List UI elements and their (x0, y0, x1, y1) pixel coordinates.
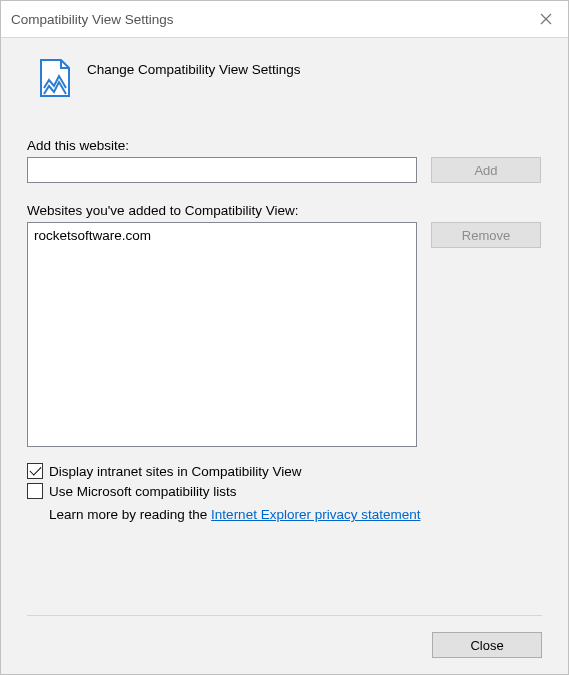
checkbox-intranet[interactable] (27, 463, 43, 479)
add-website-label: Add this website: (27, 138, 542, 153)
learn-more-prefix: Learn more by reading the (49, 507, 211, 522)
add-website-input[interactable] (27, 157, 417, 183)
list-item[interactable]: rocketsoftware.com (34, 227, 410, 244)
dialog-heading: Change Compatibility View Settings (87, 58, 301, 77)
checkbox-mslists-row[interactable]: Use Microsoft compatibility lists (27, 483, 542, 499)
privacy-statement-link[interactable]: Internet Explorer privacy statement (211, 507, 420, 522)
dialog-content: Change Compatibility View Settings Add t… (1, 38, 568, 674)
close-icon (540, 13, 552, 25)
dialog-header: Change Compatibility View Settings (27, 58, 542, 98)
page-compat-icon (37, 58, 73, 98)
window-title: Compatibility View Settings (11, 12, 174, 27)
websites-list-label: Websites you've added to Compatibility V… (27, 203, 542, 218)
add-button[interactable]: Add (431, 157, 541, 183)
checkbox-mslists-label: Use Microsoft compatibility lists (49, 484, 237, 499)
checkbox-mslists[interactable] (27, 483, 43, 499)
titlebar: Compatibility View Settings (1, 1, 568, 38)
websites-listbox[interactable]: rocketsoftware.com (27, 222, 417, 447)
remove-button[interactable]: Remove (431, 222, 541, 248)
learn-more-text: Learn more by reading the Internet Explo… (27, 507, 542, 522)
checkbox-intranet-row[interactable]: Display intranet sites in Compatibility … (27, 463, 542, 479)
close-button[interactable]: Close (432, 632, 542, 658)
window-close-button[interactable] (523, 1, 568, 37)
checkbox-intranet-label: Display intranet sites in Compatibility … (49, 464, 302, 479)
dialog-footer: Close (27, 615, 542, 658)
